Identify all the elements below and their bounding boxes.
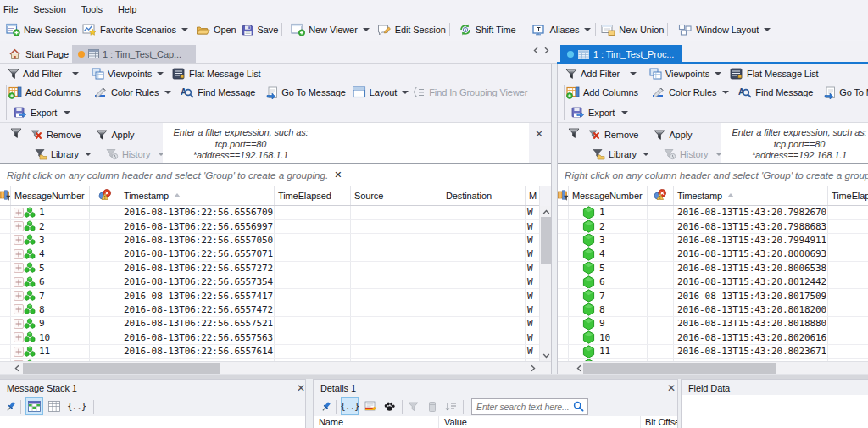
column-header-message-number[interactable]: MessageNumber [11, 186, 90, 205]
aliases-button[interactable]: Aliases [532, 19, 593, 40]
pin-icon[interactable] [320, 401, 331, 413]
details-column-name[interactable]: Name [314, 416, 439, 428]
message-row[interactable]: 52016-08-13T06:22:56.6557272W [0, 262, 551, 275]
layout-button[interactable]: Layout [353, 82, 409, 103]
details-filter-icon[interactable] [407, 401, 420, 413]
column-header-message-number[interactable]: MessageNumber [569, 186, 648, 205]
message-row[interactable]: 52016-08-13T15:43:20.8006538W [558, 262, 868, 275]
new-viewer-button[interactable]: New Viewer [291, 19, 370, 40]
vertical-scroll-thumb[interactable] [541, 217, 552, 264]
menu-file[interactable]: File [0, 0, 30, 19]
tab-scroll-left-icon[interactable] [532, 47, 540, 54]
message-row[interactable]: 62016-08-13T15:43:20.8012442W [558, 275, 868, 289]
save-button[interactable]: Save [242, 19, 279, 40]
horizontal-scroll-thumb[interactable] [583, 363, 776, 374]
add-filter-button[interactable]: Add Filter [565, 64, 637, 82]
remove-filter-button[interactable]: Remove [31, 126, 81, 143]
pin-icon[interactable] [5, 401, 16, 413]
message-row[interactable]: 12016-08-13T06:22:56.6556709W [0, 206, 551, 220]
details-search-input[interactable] [476, 402, 573, 412]
menu-help[interactable]: Help [114, 0, 148, 19]
tab-scroll-right-icon[interactable] [542, 47, 550, 54]
row-indicator-header[interactable] [0, 186, 11, 205]
tab-tim-test-cap[interactable]: 1 : Tim_Test_Cap... [72, 45, 196, 63]
expand-row-icon[interactable] [14, 208, 24, 218]
message-row[interactable]: 92016-08-13T06:22:56.6557521W [0, 317, 551, 331]
paw-icon[interactable] [383, 401, 396, 412]
message-row[interactable]: 22016-08-13T06:22:56.6556997W [0, 220, 551, 233]
expand-row-icon[interactable] [14, 347, 24, 357]
grouping-hint-close-button[interactable]: ✕ [334, 170, 342, 181]
braces-view-selected-button[interactable]: {..} [341, 397, 359, 415]
clear-icon[interactable] [426, 401, 438, 413]
braces-view-icon[interactable]: {..} [67, 401, 86, 412]
menu-tools[interactable]: Tools [78, 0, 114, 19]
add-columns-button[interactable]: Add Columns [8, 82, 81, 103]
new-union-button[interactable]: New Union [601, 19, 664, 40]
message-row[interactable]: 82016-08-13T06:22:56.6557472W [0, 303, 551, 317]
message-row[interactable]: 82016-08-13T15:43:20.8018200W [558, 303, 868, 317]
stack-view-selected-button[interactable] [25, 397, 43, 415]
filter-library-button[interactable]: Library [593, 146, 650, 163]
new-session-button[interactable]: New Session [6, 19, 77, 40]
favorite-scenarios-button[interactable]: Favorite Scenarios [82, 19, 189, 40]
viewpoints-button[interactable]: Viewpoints [649, 64, 722, 82]
message-row[interactable]: 102016-08-13T06:22:56.6557563W [0, 331, 551, 345]
open-button[interactable]: Open [196, 19, 236, 40]
column-header-timestamp[interactable]: Timestamp [120, 186, 275, 205]
details-close-button[interactable]: ✕ [666, 383, 676, 393]
column-header-bookmark[interactable] [648, 186, 674, 205]
viewpoints-button[interactable]: Viewpoints [92, 64, 164, 82]
expand-row-icon[interactable] [14, 304, 24, 314]
column-header-time-elapsed[interactable]: TimeElapsed [275, 186, 351, 205]
expand-row-icon[interactable] [14, 263, 24, 273]
flat-message-list-button[interactable]: Flat Message List [730, 64, 819, 82]
expand-row-icon[interactable] [14, 291, 24, 301]
find-in-grouping-viewer-button[interactable]: Find In Grouping Viewer [413, 82, 527, 103]
message-row[interactable]: 92016-08-13T15:43:20.8018880W [558, 317, 868, 331]
shift-time-button[interactable]: Shift Time [459, 19, 516, 40]
filter-expression-input[interactable]: Enter a filter expression, such as: tcp.… [721, 123, 868, 163]
message-row[interactable]: 72016-08-13T06:22:56.6557417W [0, 289, 551, 303]
message-row[interactable]: 102016-08-13T15:43:20.8020616W [558, 331, 868, 345]
export-button[interactable]: Export [14, 103, 71, 122]
expand-row-icon[interactable] [14, 221, 24, 231]
filter-history-button[interactable]: History [106, 146, 166, 163]
tab-tim-test-proc[interactable]: 1 : Tim_Test_Proc... ✕ [560, 45, 682, 64]
scroll-down-button[interactable] [540, 349, 552, 361]
find-message-button[interactable]: A Find Message [181, 82, 255, 103]
add-columns-button[interactable]: Add Columns [566, 82, 638, 103]
horizontal-scrollbar[interactable] [558, 361, 868, 374]
message-row[interactable]: 42016-08-13T06:22:56.6557071W [0, 247, 551, 261]
color-rules-button[interactable]: Color Rules [652, 82, 730, 103]
color-rules-button[interactable]: Color Rules [94, 82, 172, 103]
expand-row-icon[interactable] [14, 235, 24, 245]
message-row[interactable]: 62016-08-13T06:22:56.6557354W [0, 275, 551, 289]
details-column-bit-offset[interactable]: Bit Offset [641, 416, 677, 428]
expand-row-icon[interactable] [14, 249, 24, 259]
message-row[interactable]: 12016-08-13T15:43:20.7982670W [558, 206, 868, 220]
sort-list-icon[interactable] [445, 401, 458, 413]
apply-filter-button[interactable]: Apply [654, 126, 692, 143]
flat-message-list-button[interactable]: Flat Message List [172, 64, 261, 82]
go-to-message-button[interactable]: Go To Message [266, 82, 346, 103]
expand-row-icon[interactable] [14, 319, 24, 329]
apply-filter-button[interactable]: Apply [96, 126, 134, 143]
horizontal-scroll-thumb[interactable] [23, 363, 220, 374]
message-row[interactable]: 72016-08-13T15:43:20.8017509W [558, 289, 868, 303]
filter-expression-input[interactable]: Enter a filter expression, such as: tcp.… [163, 123, 529, 163]
message-row[interactable]: 112016-08-13T06:22:56.6557614W [0, 345, 551, 359]
edit-session-button[interactable]: Edit Session [377, 19, 446, 40]
find-message-button[interactable]: A Find Message [738, 82, 813, 103]
go-to-message-button[interactable]: Go To Message [824, 82, 868, 103]
details-column-value[interactable]: Value [439, 416, 641, 428]
add-filter-button[interactable]: Add Filter [8, 64, 80, 82]
message-row[interactable]: 22016-08-13T15:43:20.7988683W [558, 220, 868, 233]
window-layout-button[interactable]: Window Layout [678, 19, 771, 40]
column-header-timestamp[interactable]: Timestamp [674, 186, 828, 205]
message-row[interactable]: 32016-08-13T06:22:56.6557050W [0, 234, 551, 247]
filter-library-button[interactable]: Library [35, 146, 92, 163]
plain-table-icon[interactable] [48, 401, 60, 412]
filter-close-button[interactable]: ✕ [533, 128, 545, 140]
column-header-bookmark[interactable] [90, 186, 120, 205]
